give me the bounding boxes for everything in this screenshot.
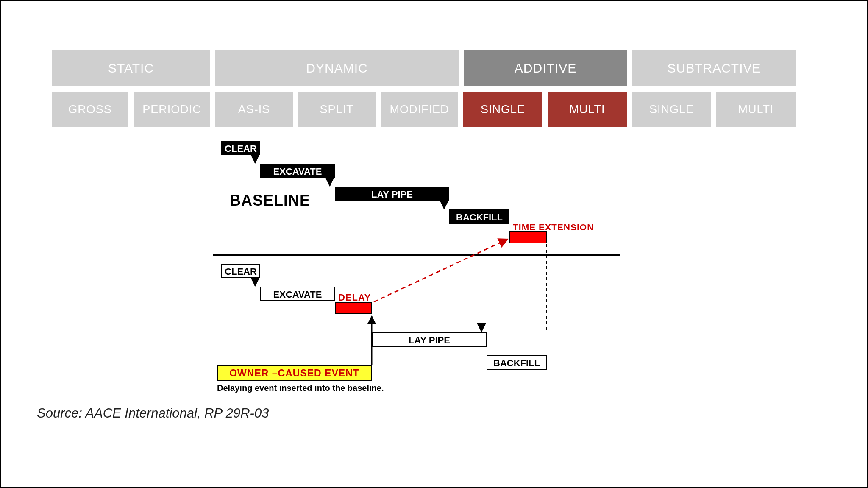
tab-periodic-2-1[interactable]: PERIODIC [134,92,210,127]
diagram: CLEAREXCAVATELAY PIPEBACKFILL BASELINE T… [221,141,620,395]
divider-line [213,254,620,256]
tab-gross-2-0[interactable]: GROSS [52,92,128,127]
time-extension-label: TIME EXTENSION [513,222,594,232]
tab-dynamic-1-1[interactable]: DYNAMIC [215,50,459,86]
tab-split-2-3[interactable]: SPLIT [298,92,376,127]
impacted-bar-lay-pipe: LAY PIPE [372,332,487,347]
tabs-wrap: STATICDYNAMICADDITIVESUBTRACTIVE GROSSPE… [52,50,802,132]
tab-static-1-0[interactable]: STATIC [52,50,210,86]
source-caption: Source: AACE International, RP 29R-03 [37,406,269,421]
baseline-bar-excavate: EXCAVATE [260,164,335,178]
impacted-bar-clear: CLEAR [221,264,260,278]
time-extension-bar [509,231,547,243]
arrows-svg [221,141,620,395]
impacted-bar-backfill: BACKFILL [487,355,547,370]
tab-modified-2-4[interactable]: MODIFIED [381,92,458,127]
baseline-bar-clear: CLEAR [221,141,260,155]
tab-additive-1-2[interactable]: ADDITIVE [464,50,627,86]
delay-bar [335,302,372,314]
tab-subtractive-1-3[interactable]: SUBTRACTIVE [632,50,796,86]
tab-multi-2-8[interactable]: MULTI [716,92,796,127]
tab-single-2-7[interactable]: SINGLE [632,92,711,127]
event-caption: Delaying event inserted into the baselin… [217,383,384,393]
event-box: OWNER –CAUSED EVENT [217,365,372,381]
tab-row-bottom: GROSSPERIODICAS-ISSPLITMODIFIEDSINGLEMUL… [52,92,802,127]
tab-as-is-2-2[interactable]: AS-IS [215,92,293,127]
svg-line-5 [374,239,508,302]
tab-multi-2-6[interactable]: MULTI [548,92,627,127]
tab-row-top: STATICDYNAMICADDITIVESUBTRACTIVE [52,50,802,86]
baseline-label: BASELINE [230,192,310,209]
tab-single-2-5[interactable]: SINGLE [463,92,542,127]
baseline-bar-backfill: BACKFILL [449,209,509,224]
baseline-bar-lay-pipe: LAY PIPE [335,187,449,201]
impacted-bar-excavate: EXCAVATE [260,287,335,301]
